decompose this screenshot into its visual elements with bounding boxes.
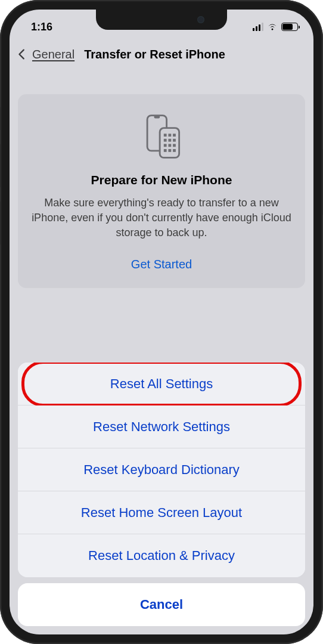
card-title: Prepare for New iPhone (31, 173, 292, 187)
sheet-item-label: Reset Home Screen Layout (81, 505, 242, 521)
svg-rect-7 (168, 139, 171, 142)
svg-rect-5 (173, 134, 176, 137)
front-camera (197, 16, 204, 23)
action-sheet: Reset All Settings Reset Network Setting… (10, 363, 313, 634)
svg-rect-9 (164, 144, 167, 147)
reset-all-settings-option[interactable]: Reset All Settings (18, 363, 305, 405)
notch (96, 10, 227, 30)
page-title: Transfer or Reset iPhone (84, 48, 225, 61)
reset-keyboard-dictionary-option[interactable]: Reset Keyboard Dictionary (18, 448, 305, 491)
reset-options-group: Reset All Settings Reset Network Setting… (18, 363, 305, 577)
cellular-icon (253, 23, 263, 31)
sheet-item-label: Reset Keyboard Dictionary (83, 462, 240, 478)
reset-location-privacy-option[interactable]: Reset Location & Privacy (18, 534, 305, 577)
svg-rect-3 (164, 134, 167, 137)
cancel-label: Cancel (140, 597, 183, 612)
battery-icon (281, 23, 298, 31)
svg-rect-4 (168, 134, 171, 137)
svg-rect-10 (168, 144, 171, 147)
svg-rect-12 (164, 149, 167, 152)
svg-rect-6 (164, 139, 167, 142)
main-content: Prepare for New iPhone Make sure everyth… (10, 70, 313, 288)
sheet-item-label: Reset All Settings (110, 376, 213, 392)
reset-home-screen-layout-option[interactable]: Reset Home Screen Layout (18, 491, 305, 534)
back-chevron-icon[interactable] (15, 48, 29, 61)
prepare-card: Prepare for New iPhone Make sure everyth… (18, 94, 305, 288)
device-frame: 1:16 General Transfer or Reset iPhone (0, 0, 323, 644)
card-description: Make sure everything's ready to transfer… (31, 196, 292, 241)
svg-rect-2 (160, 128, 179, 158)
svg-rect-8 (173, 139, 176, 142)
nav-bar: General Transfer or Reset iPhone (10, 38, 313, 70)
svg-rect-13 (168, 149, 171, 152)
svg-rect-11 (173, 144, 176, 147)
status-indicators (253, 23, 298, 31)
screen: 1:16 General Transfer or Reset iPhone (10, 10, 313, 634)
cancel-button[interactable]: Cancel (18, 583, 305, 626)
sheet-item-label: Reset Location & Privacy (88, 548, 235, 564)
svg-rect-14 (173, 149, 176, 152)
back-button[interactable]: General (32, 48, 74, 61)
wifi-icon (267, 23, 278, 31)
get-started-button[interactable]: Get Started (31, 258, 292, 271)
reset-network-settings-option[interactable]: Reset Network Settings (18, 405, 305, 448)
sheet-item-label: Reset Network Settings (93, 419, 230, 435)
svg-rect-1 (154, 116, 160, 119)
devices-icon (136, 111, 187, 162)
status-time: 1:16 (31, 21, 52, 33)
